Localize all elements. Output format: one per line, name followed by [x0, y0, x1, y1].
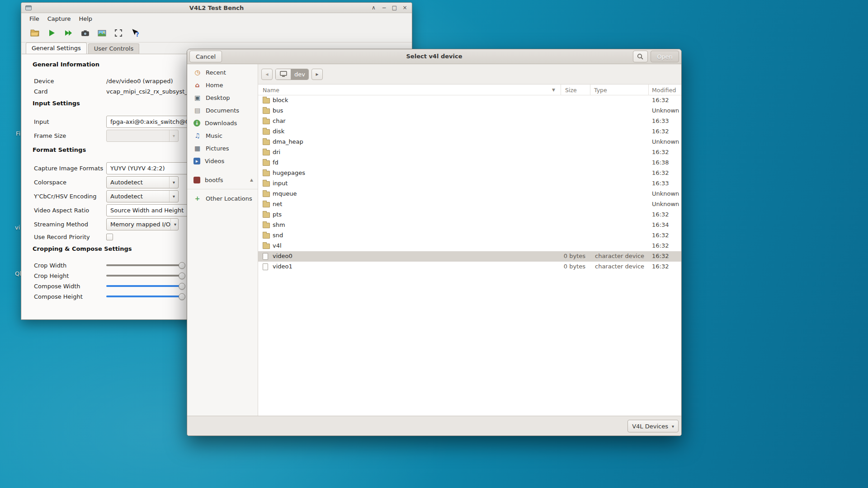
sidebar-item-documents[interactable]: ▤ Documents ▲	[187, 104, 258, 117]
sidebar-item-music[interactable]: ♫ Music ▲	[187, 129, 258, 142]
chevron-down-icon: ▾	[170, 219, 179, 230]
minimize-button[interactable]: −	[381, 5, 387, 11]
chevron-left-icon: ◂	[265, 71, 268, 77]
slider-knob[interactable]	[179, 262, 185, 269]
sidebar-item-recent[interactable]: ◷ Recent ▲	[187, 66, 258, 79]
snapshot-button[interactable]	[95, 27, 108, 39]
folder-icon	[263, 223, 270, 228]
whats-this-icon: ?	[130, 28, 140, 38]
file-row-dri[interactable]: dri 16:32	[258, 147, 681, 158]
folder-icon	[263, 160, 270, 166]
start-capture-button[interactable]	[45, 27, 58, 39]
recent-icon: ◷	[193, 69, 201, 76]
file-row-char[interactable]: char 16:33	[258, 116, 681, 127]
compose-height-slider[interactable]	[106, 296, 182, 297]
breadcrumb-dev-button[interactable]: dev	[291, 69, 308, 80]
step-frame-button[interactable]	[62, 27, 75, 39]
streaming-method-combo[interactable]: Memory mapped I/O▾	[106, 218, 179, 230]
step-forward-icon	[64, 28, 73, 38]
file-row-video0[interactable]: video0 0 bytes character device 16:32	[258, 251, 681, 262]
toolbar: ?	[21, 24, 412, 42]
tab-general-settings[interactable]: General Settings	[26, 42, 87, 54]
shade-button[interactable]: ∧	[370, 5, 377, 11]
sidebar-item-home[interactable]: ⌂ Home ▲	[187, 79, 258, 91]
record-priority-checkbox[interactable]	[106, 234, 113, 240]
file-row-block[interactable]: block 16:32	[258, 95, 681, 106]
filesystem-root-button[interactable]	[276, 69, 291, 80]
file-icon	[263, 253, 268, 260]
chevron-right-icon: ▸	[316, 71, 318, 77]
menu-help[interactable]: Help	[75, 14, 96, 23]
colorspace-combo[interactable]: Autodetect▾	[106, 176, 179, 188]
window-title: V4L2 Test Bench	[21, 5, 412, 11]
forward-button[interactable]: ▸	[311, 69, 323, 80]
ycbcr-combo[interactable]: Autodetect▾	[106, 190, 179, 202]
input-label: Input	[34, 118, 106, 125]
file-browser: ◂ dev ▸ Name ▼ Size Type Modified block	[258, 64, 681, 416]
crop-width-slider[interactable]	[106, 264, 182, 266]
slider-knob[interactable]	[179, 272, 185, 279]
file-row-input[interactable]: input 16:33	[258, 178, 681, 189]
menubar: File Capture Help	[21, 13, 412, 24]
whats-this-button[interactable]: ?	[129, 27, 142, 39]
file-row-v4l[interactable]: v4l 16:32	[258, 241, 681, 251]
file-row-dma_heap[interactable]: dma_heap Unknown	[258, 137, 681, 147]
file-row-fd[interactable]: fd 16:38	[258, 158, 681, 168]
fullscreen-button[interactable]	[112, 27, 125, 39]
search-icon	[637, 53, 644, 60]
file-row-pts[interactable]: pts 16:32	[258, 210, 681, 220]
tab-user-controls[interactable]: User Controls	[88, 43, 140, 54]
back-button[interactable]: ◂	[261, 69, 273, 80]
sidebar-item-videos[interactable]: ▸ Videos ▲	[187, 155, 258, 167]
sidebar-item-downloads[interactable]: ↓ Downloads ▲	[187, 117, 258, 129]
menu-file[interactable]: File	[26, 14, 43, 23]
compose-width-label: Compose Width	[34, 283, 106, 290]
places-sidebar: ◷ Recent ▲ ⌂ Home ▲ ▣ Desktop ▲ ▤ Docume…	[187, 64, 258, 416]
sidebar-item-other-locations[interactable]: + Other Locations ▲	[187, 192, 258, 205]
search-button[interactable]	[633, 51, 648, 62]
close-button[interactable]: ×	[401, 5, 408, 11]
file-row-disk[interactable]: disk 16:32	[258, 127, 681, 137]
file-icon	[263, 263, 268, 270]
file-row-net[interactable]: net Unknown	[258, 199, 681, 210]
sidebar-separator	[187, 189, 258, 189]
column-header-type[interactable]: Type	[594, 84, 607, 95]
open-button[interactable]: Open	[651, 51, 679, 62]
capture-image-button[interactable]	[79, 27, 91, 39]
sidebar-item-bootfs[interactable]: bootfs ▲	[187, 174, 258, 186]
cancel-button[interactable]: Cancel	[189, 51, 222, 62]
dialog-headerbar[interactable]: Cancel Select v4l device Open	[187, 49, 681, 64]
crop-height-label: Crop Height	[34, 272, 106, 279]
file-row-video1[interactable]: video1 0 bytes character device 16:32	[258, 262, 681, 272]
dialog-bottom-bar: V4L Devices▾	[187, 416, 681, 436]
desktop-icon-label-fragment: Fi	[16, 130, 20, 137]
menu-capture[interactable]: Capture	[44, 14, 75, 23]
titlebar[interactable]: V4L2 Test Bench ∧ − □ ×	[21, 3, 412, 13]
file-row-hugepages[interactable]: hugepages 16:32	[258, 168, 681, 178]
maximize-button[interactable]: □	[391, 5, 398, 11]
column-header-modified[interactable]: Modified	[652, 84, 676, 95]
computer-icon	[280, 71, 287, 77]
sidebar-item-desktop[interactable]: ▣ Desktop ▲	[187, 91, 258, 104]
crop-height-slider[interactable]	[106, 275, 182, 277]
slider-knob[interactable]	[179, 283, 185, 290]
sidebar-item-pictures[interactable]: ▦ Pictures ▲	[187, 142, 258, 155]
videos-icon: ▸	[193, 158, 200, 164]
file-filter-combo[interactable]: V4L Devices▾	[627, 420, 679, 432]
compose-width-slider[interactable]	[106, 285, 182, 287]
eject-icon[interactable]: ▲	[250, 178, 253, 182]
slider-knob[interactable]	[179, 293, 185, 300]
column-headers: Name ▼ Size Type Modified	[258, 84, 681, 95]
file-row-bus[interactable]: bus Unknown	[258, 106, 681, 116]
column-header-size[interactable]: Size	[565, 84, 577, 95]
desktop-icon-label-fragment: vi	[15, 224, 20, 231]
column-header-name[interactable]: Name	[263, 84, 279, 95]
file-row-shm[interactable]: shm 16:34	[258, 220, 681, 230]
chevron-down-icon: ▾	[672, 424, 674, 429]
music-icon: ♫	[193, 132, 201, 140]
file-row-mqueue[interactable]: mqueue Unknown	[258, 189, 681, 199]
file-row-snd[interactable]: snd 16:32	[258, 230, 681, 241]
sort-descending-icon: ▼	[552, 88, 555, 92]
open-file-button[interactable]	[28, 27, 41, 39]
card-value: vcap_mipi_csi2_rx_subsyst_	[106, 88, 188, 95]
